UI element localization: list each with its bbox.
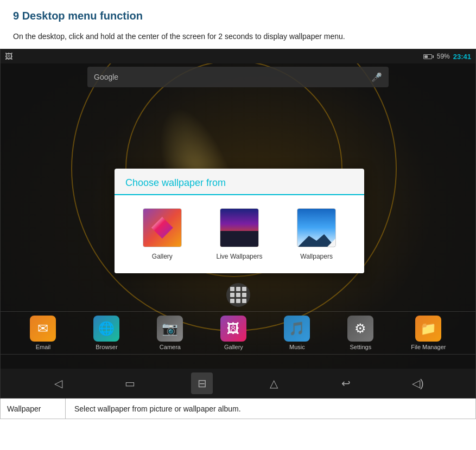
live-wp-trees bbox=[220, 231, 258, 247]
wallpapers-icon-image bbox=[297, 208, 335, 247]
navigation-bar: ◁ ▭ ⊟ △ ↩ ◁) bbox=[1, 369, 475, 398]
microphone-icon[interactable]: 🎤 bbox=[371, 72, 382, 82]
status-bar-left: 🖼 bbox=[5, 52, 12, 61]
wallpaper-option-live[interactable]: Live Wallpapers bbox=[217, 208, 263, 260]
dialog-content: Gallery Live Wallpapers bbox=[115, 195, 364, 273]
gallery-icon-container bbox=[143, 208, 182, 247]
device-screen: 🖼 59% 23:41 Google 🎤 Choose wallpaper fr… bbox=[0, 49, 476, 398]
music-icon: 🎵 bbox=[284, 316, 310, 342]
wallpaper-option-gallery[interactable]: Gallery bbox=[143, 208, 182, 260]
camera-label: Camera bbox=[160, 344, 181, 350]
taskbar-item-settings[interactable]: ⚙ Settings bbox=[347, 316, 373, 350]
apps-grid-icon bbox=[230, 287, 246, 303]
gallery-taskbar-icon: 🖼 bbox=[220, 316, 246, 342]
nav-home-alt-button[interactable]: △ bbox=[263, 372, 285, 394]
status-bar: 🖼 59% 23:41 bbox=[1, 49, 475, 63]
settings-icon: ⚙ bbox=[347, 316, 373, 342]
taskbar-item-email[interactable]: ✉ Email bbox=[30, 316, 56, 350]
dialog-title: Choose wallpaper from bbox=[125, 177, 226, 188]
wallpaper-dialog: Choose wallpaper from Gallery L bbox=[115, 169, 364, 273]
wallpapers-icon-container bbox=[297, 208, 336, 247]
settings-label: Settings bbox=[350, 344, 371, 350]
dialog-header: Choose wallpaper from bbox=[115, 169, 364, 195]
bottom-table: Wallpaper Select wallpaper from picture … bbox=[0, 398, 476, 419]
battery-fill bbox=[424, 55, 428, 58]
nav-back-button[interactable]: ◁ bbox=[47, 372, 69, 394]
battery-tip bbox=[433, 55, 434, 58]
wallpapers-option-label: Wallpapers bbox=[300, 253, 333, 260]
taskbar-item-gallery[interactable]: 🖼 Gallery bbox=[220, 316, 246, 350]
wallpaper-option-wallpapers[interactable]: Wallpapers bbox=[297, 208, 336, 260]
filemanager-label: File Manager bbox=[411, 344, 446, 350]
camera-icon: 📷 bbox=[157, 316, 183, 342]
live-wallpapers-icon-image bbox=[220, 208, 258, 247]
email-icon: ✉ bbox=[30, 316, 56, 342]
gallery-icon-image bbox=[143, 208, 181, 247]
table-label: Wallpaper bbox=[1, 398, 66, 419]
image-status-icon: 🖼 bbox=[5, 52, 12, 61]
taskbar-item-camera[interactable]: 📷 Camera bbox=[157, 316, 183, 350]
browser-label: Browser bbox=[96, 344, 117, 350]
search-bar[interactable]: Google 🎤 bbox=[87, 67, 389, 87]
gallery-inner-shape bbox=[151, 217, 173, 239]
page-description: On the desktop, click and hold at the ce… bbox=[13, 31, 463, 42]
browser-icon: 🌐 bbox=[93, 316, 119, 342]
battery-percentage: 59% bbox=[437, 53, 450, 60]
gallery-option-label: Gallery bbox=[152, 253, 173, 260]
nav-recent-button[interactable]: ▭ bbox=[119, 372, 141, 394]
battery-icon bbox=[423, 54, 434, 59]
apps-button[interactable] bbox=[226, 283, 250, 307]
clock-time: 23:41 bbox=[453, 53, 471, 61]
live-wallpapers-option-label: Live Wallpapers bbox=[217, 253, 263, 260]
email-label: Email bbox=[36, 344, 51, 350]
nav-return-button[interactable]: ↩ bbox=[335, 372, 357, 394]
page-content: 9 Desktop menu function On the desktop, … bbox=[0, 0, 476, 42]
table-value: Select wallpaper from picture or wallpap… bbox=[66, 398, 475, 419]
battery-body bbox=[423, 54, 432, 59]
gallery-taskbar-label: Gallery bbox=[224, 344, 243, 350]
music-label: Music bbox=[289, 344, 305, 350]
page-title: 9 Desktop menu function bbox=[13, 10, 463, 22]
taskbar-item-filemanager[interactable]: 📁 File Manager bbox=[411, 316, 446, 350]
taskbar-item-music[interactable]: 🎵 Music bbox=[284, 316, 310, 350]
nav-volume-button[interactable]: ◁) bbox=[407, 372, 429, 394]
taskbar: ✉ Email 🌐 Browser 📷 Camera 🖼 Gallery 🎵 M… bbox=[1, 311, 475, 355]
status-bar-right: 59% 23:41 bbox=[423, 53, 471, 61]
nav-home-button[interactable]: ⊟ bbox=[191, 372, 213, 394]
live-wallpapers-icon-container bbox=[220, 208, 259, 247]
taskbar-item-browser[interactable]: 🌐 Browser bbox=[93, 316, 119, 350]
search-placeholder: Google bbox=[94, 73, 118, 81]
filemanager-icon: 📁 bbox=[415, 316, 441, 342]
